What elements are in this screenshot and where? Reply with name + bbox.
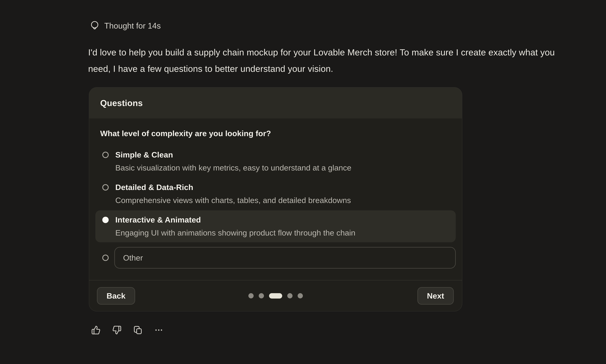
lightbulb-icon [90, 20, 100, 31]
option-other [95, 247, 456, 269]
thumbs-down-button[interactable] [112, 325, 121, 335]
thumbs-up-icon [91, 325, 101, 335]
questions-card-footer: Back Next [89, 280, 462, 311]
option-label: Detailed & Data-Rich [115, 181, 351, 194]
message-actions [91, 325, 163, 335]
option-label: Simple & Clean [115, 148, 351, 161]
questions-card-header: Questions [89, 88, 462, 118]
option-simple-clean[interactable]: Simple & Clean Basic visualization with … [95, 145, 456, 177]
more-options-button[interactable] [154, 325, 163, 335]
option-interactive-animated[interactable]: Interactive & Animated Engaging UI with … [95, 210, 456, 242]
questions-card: Questions What level of complexity are y… [89, 87, 462, 312]
next-button[interactable]: Next [417, 287, 454, 305]
questions-card-title: Questions [100, 98, 143, 108]
radio-unselected-icon [102, 184, 109, 191]
thinking-toggle[interactable]: Thought for 14s [90, 20, 161, 32]
assistant-message: I'd love to help you build a supply chai… [88, 44, 559, 77]
other-option-input[interactable] [114, 247, 456, 269]
pagination-dot [287, 293, 293, 299]
copy-icon [133, 325, 143, 335]
option-description: Engaging UI with animations showing prod… [115, 226, 355, 239]
thumbs-up-button[interactable] [91, 325, 101, 335]
thumbs-down-icon [112, 325, 121, 335]
question-text: What level of complexity are you looking… [100, 127, 456, 140]
more-options-icon [154, 325, 163, 335]
pagination-dot [259, 293, 264, 299]
option-label: Interactive & Animated [115, 213, 355, 226]
pagination-dot [248, 293, 254, 299]
pagination-dots [248, 293, 303, 299]
option-detailed-data-rich[interactable]: Detailed & Data-Rich Comprehensive views… [95, 178, 456, 210]
radio-unselected-icon[interactable] [102, 255, 109, 261]
option-description: Basic visualization with key metrics, ea… [115, 161, 351, 174]
pagination-dot [297, 293, 303, 299]
questions-card-body: What level of complexity are you looking… [89, 118, 462, 269]
thinking-label: Thought for 14s [104, 21, 161, 30]
copy-button[interactable] [133, 325, 143, 335]
back-button[interactable]: Back [97, 287, 135, 305]
radio-selected-icon [102, 217, 109, 223]
radio-unselected-icon [102, 152, 109, 158]
pagination-dot-active [269, 293, 282, 299]
option-description: Comprehensive views with charts, tables,… [115, 194, 351, 207]
